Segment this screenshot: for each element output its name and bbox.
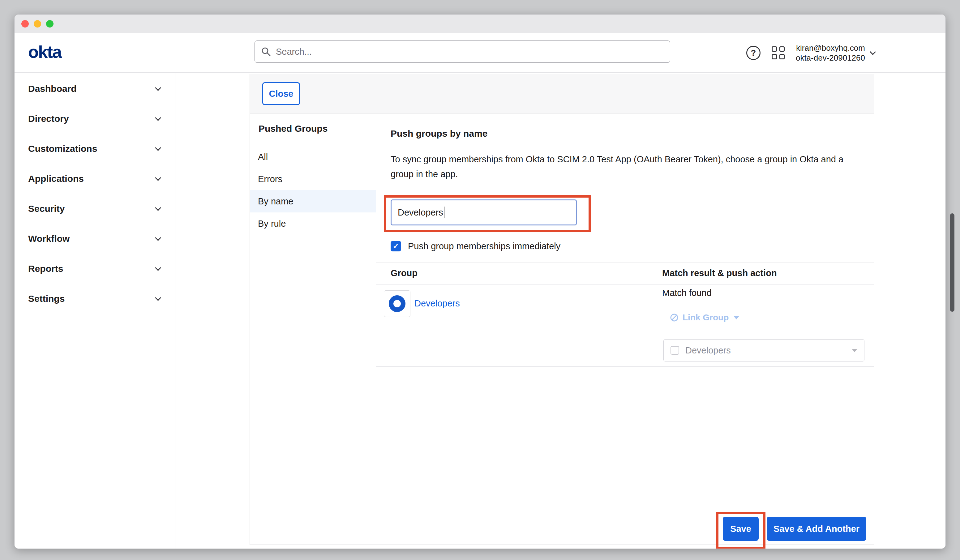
- chevron-down-icon: [155, 145, 161, 151]
- chevron-down-icon: [155, 235, 161, 241]
- search-icon: [261, 47, 271, 57]
- save-add-another-button[interactable]: Save & Add Another: [767, 517, 866, 541]
- group-name-input-value: Developers: [398, 208, 443, 218]
- close-button[interactable]: Close: [262, 82, 300, 105]
- column-header-group: Group: [390, 268, 418, 278]
- chevron-down-icon: [852, 349, 857, 352]
- browser-window: okta ? kiran@boxyhq.com okta-dev-2090126…: [14, 14, 946, 549]
- link-group-label: Link Group: [683, 313, 729, 323]
- match-status: Match found: [662, 288, 712, 298]
- main-content: Close Pushed Groups All Errors By name B…: [176, 73, 946, 549]
- sidebar-item-reports[interactable]: Reports: [14, 254, 175, 283]
- app-header: okta ? kiran@boxyhq.com okta-dev-2090126…: [14, 33, 946, 73]
- account-org: okta-dev-20901260: [796, 53, 865, 63]
- column-header-match: Match result & push action: [662, 268, 777, 278]
- sidebar-item-applications[interactable]: Applications: [14, 163, 175, 194]
- chevron-down-icon: [870, 49, 876, 55]
- pushed-groups-panel: Pushed Groups All Errors By name By rule…: [250, 113, 874, 545]
- help-icon[interactable]: ?: [746, 46, 760, 60]
- vertical-scrollbar[interactable]: [950, 213, 954, 312]
- target-group-checkbox[interactable]: [670, 346, 679, 355]
- okta-group-icon: [389, 295, 405, 312]
- account-email: kiran@boxyhq.com: [796, 43, 865, 53]
- link-group-action[interactable]: Link Group: [670, 313, 739, 323]
- subnav-title: Pushed Groups: [259, 123, 328, 134]
- chevron-down-icon: [734, 316, 739, 319]
- sidebar-nav: Dashboard Directory Customizations Appli…: [14, 73, 175, 549]
- link-icon: [670, 313, 679, 322]
- group-name-input[interactable]: Developers: [390, 200, 577, 226]
- page-title: Push groups by name: [390, 128, 487, 139]
- chevron-down-icon: [155, 175, 161, 181]
- group-avatar: [384, 290, 410, 317]
- chevron-down-icon: [155, 295, 161, 301]
- chevron-down-icon: [155, 205, 161, 211]
- push-by-name-form: Push groups by name To sync group member…: [376, 114, 874, 544]
- okta-logo[interactable]: okta: [28, 42, 61, 62]
- push-immediately-row: Push group memberships immediately: [390, 241, 560, 251]
- push-immediately-checkbox[interactable]: [390, 241, 401, 251]
- apps-grid-icon[interactable]: [772, 46, 785, 59]
- target-group-select[interactable]: Developers: [663, 339, 864, 362]
- subnav-item-all[interactable]: All: [250, 146, 376, 168]
- text-cursor: [444, 206, 445, 218]
- sidebar-item-dashboard[interactable]: Dashboard: [14, 74, 175, 104]
- target-group-value: Developers: [685, 346, 846, 355]
- search-input[interactable]: [276, 47, 664, 57]
- search-bar[interactable]: [254, 40, 670, 63]
- sidebar-item-directory[interactable]: Directory: [14, 104, 175, 134]
- window-close-button[interactable]: [21, 20, 29, 27]
- dialog-toolbar: Close: [250, 74, 874, 114]
- page-description: To sync group memberships from Okta to S…: [390, 152, 858, 181]
- subnav-item-by-rule[interactable]: By rule: [250, 213, 376, 235]
- chevron-down-icon: [155, 115, 161, 121]
- sidebar-item-customizations[interactable]: Customizations: [14, 134, 175, 163]
- header-actions: ? kiran@boxyhq.com okta-dev-20901260: [746, 33, 875, 73]
- save-button[interactable]: Save: [723, 517, 758, 541]
- subnav-item-errors[interactable]: Errors: [250, 168, 376, 190]
- sidebar-item-settings[interactable]: Settings: [14, 283, 175, 314]
- sidebar-item-security[interactable]: Security: [14, 194, 175, 224]
- window-zoom-button[interactable]: [46, 20, 53, 27]
- subnav-item-by-name[interactable]: By name: [250, 190, 376, 213]
- chevron-down-icon: [155, 85, 161, 91]
- account-menu[interactable]: kiran@boxyhq.com okta-dev-20901260: [796, 43, 875, 63]
- table-top-border: [376, 262, 874, 263]
- pushed-groups-subnav: Pushed Groups All Errors By name By rule: [250, 114, 376, 544]
- window-titlebar: [14, 14, 946, 33]
- window-minimize-button[interactable]: [34, 20, 41, 27]
- group-link[interactable]: Developers: [414, 298, 460, 309]
- sidebar-item-workflow[interactable]: Workflow: [14, 224, 175, 254]
- push-immediately-label: Push group memberships immediately: [408, 241, 560, 251]
- row-divider: [376, 366, 874, 367]
- chevron-down-icon: [155, 265, 161, 271]
- table-header-border: [376, 284, 874, 285]
